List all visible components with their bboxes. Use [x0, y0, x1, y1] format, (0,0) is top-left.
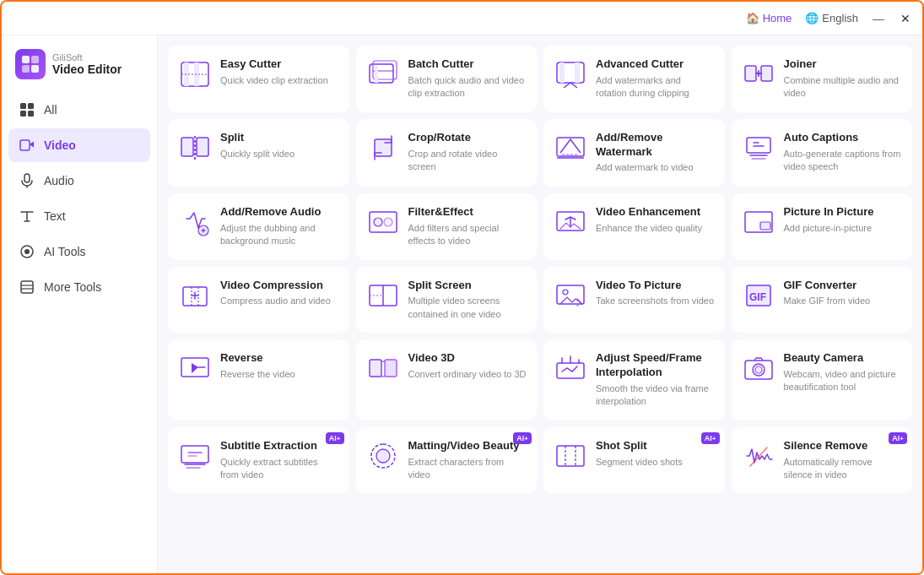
tool-card-video-to-picture[interactable]: Video To Picture Take screenshots from v…: [543, 267, 725, 334]
svg-point-41: [374, 218, 382, 226]
easy-cutter-title: Easy Cutter: [220, 57, 339, 72]
gif-converter-icon: GIF: [742, 279, 775, 312]
tool-card-add-remove-watermark[interactable]: Add/Remove Watermark Add watermark to vi…: [543, 119, 725, 187]
video-to-picture-title: Video To Picture: [596, 279, 715, 293]
video-compression-text: Video Compression Compress audio and vid…: [220, 279, 339, 308]
split-icon: [178, 131, 212, 165]
auto-captions-text: Auto Captions Auto-generate captions fro…: [784, 131, 903, 174]
matting-video-beauty-title: Matting/Video Beauty: [408, 439, 527, 453]
nav-label-text: Text: [44, 209, 66, 223]
tool-card-beauty-camera[interactable]: Beauty Camera Webcam, video and picture …: [732, 339, 913, 420]
svg-rect-8: [20, 140, 30, 150]
home-button[interactable]: 🏠 Home: [746, 12, 792, 24]
globe-icon: 🌐: [805, 12, 819, 24]
tool-card-split-screen[interactable]: Split Screen Multiple video screens cont…: [356, 267, 538, 334]
tool-card-auto-captions[interactable]: Auto Captions Auto-generate captions fro…: [732, 119, 913, 187]
joiner-title: Joiner: [784, 57, 903, 72]
logo-area: GiliSoft Video Editor: [8, 49, 150, 93]
video-to-picture-desc: Take screenshots from video: [596, 295, 715, 307]
tool-card-crop-rotate[interactable]: Crop/Rotate Crop and rotate video screen: [356, 119, 538, 187]
all-nav-icon: [19, 101, 35, 118]
tool-card-gif-converter[interactable]: GIF GIF Converter Make GIF from video: [732, 267, 913, 334]
lang-label: English: [822, 12, 858, 24]
batch-cutter-icon: [366, 57, 400, 91]
svg-rect-32: [375, 139, 392, 156]
tool-card-split[interactable]: Split Quickly split video: [168, 119, 349, 187]
svg-point-62: [753, 364, 765, 376]
adjust-speed-desc: Smooth the video via frame interpolation: [596, 382, 715, 409]
picture-in-picture-desc: Add picture-in-picture: [784, 222, 903, 235]
sidebar-item-text[interactable]: Text: [8, 199, 150, 233]
silence-remove-desc: Automatically remove silence in video: [784, 456, 903, 482]
tool-card-batch-cutter[interactable]: Batch Cutter Batch quick audio and video…: [356, 46, 538, 112]
silence-remove-icon: [742, 439, 775, 473]
svg-point-42: [384, 218, 392, 226]
tool-card-video-3d[interactable]: Video 3D Convert ordinary video to 3D: [356, 339, 538, 420]
silence-remove-text: Silence Remove Automatically remove sile…: [784, 439, 903, 482]
svg-rect-4: [20, 103, 26, 109]
split-screen-desc: Multiple video screens contained in one …: [408, 295, 527, 321]
auto-captions-title: Auto Captions: [784, 131, 903, 145]
ai-badge: AI: [326, 432, 344, 445]
svg-rect-0: [22, 56, 30, 63]
tool-card-silence-remove[interactable]: Silence Remove Automatically remove sile…: [732, 427, 913, 494]
beauty-camera-desc: Webcam, video and picture beautification…: [784, 368, 903, 394]
batch-cutter-title: Batch Cutter: [408, 57, 527, 72]
sidebar-item-video[interactable]: Video: [8, 128, 150, 162]
svg-rect-56: [385, 360, 397, 377]
tool-card-reverse[interactable]: Reverse Reverse the video: [168, 339, 349, 420]
content-area[interactable]: Easy Cutter Quick video clip extraction …: [158, 35, 922, 575]
tools-grid: Easy Cutter Quick video clip extraction …: [168, 46, 912, 493]
svg-rect-55: [370, 360, 381, 377]
tool-card-easy-cutter[interactable]: Easy Cutter Quick video clip extraction: [168, 46, 349, 112]
reverse-text: Reverse Reverse the video: [220, 351, 339, 381]
filter-effect-desc: Add filters and special effects to video: [408, 222, 527, 248]
video-to-picture-icon: [554, 279, 587, 312]
shot-split-title: Shot Split: [596, 439, 715, 453]
tool-card-add-remove-audio[interactable]: Add/Remove Audio Adjust the dubbing and …: [168, 193, 349, 260]
tool-card-video-compression[interactable]: Video Compression Compress audio and vid…: [168, 267, 349, 334]
sidebar-item-audio[interactable]: Audio: [8, 164, 150, 198]
video-enhancement-icon: [554, 205, 587, 239]
language-selector[interactable]: 🌐 English: [805, 12, 858, 24]
tool-card-subtitle-extraction[interactable]: Subtitle Extraction Quickly extract subt…: [168, 427, 349, 494]
split-screen-icon: [366, 279, 400, 312]
tool-card-picture-in-picture[interactable]: Picture In Picture Add picture-in-pictur…: [732, 193, 913, 260]
silence-remove-title: Silence Remove: [784, 439, 903, 453]
sidebar-item-all[interactable]: All: [8, 93, 150, 127]
filter-effect-text: Filter&Effect Add filters and special ef…: [408, 205, 527, 248]
svg-rect-25: [559, 62, 565, 83]
svg-rect-13: [21, 281, 33, 293]
easy-cutter-text: Easy Cutter Quick video clip extraction: [220, 57, 339, 87]
app-logo: [15, 49, 46, 79]
split-title: Split: [220, 131, 339, 145]
sidebar-item-ai-tools[interactable]: AI Tools: [8, 235, 150, 269]
reverse-icon: [178, 351, 212, 385]
titlebar: 🏠 Home 🌐 English — ✕: [2, 2, 922, 35]
tool-card-video-enhancement[interactable]: Video Enhancement Enhance the video qual…: [543, 193, 725, 260]
tool-card-joiner[interactable]: Joiner Combine multiple audio and video: [732, 46, 913, 112]
logo-text: GiliSoft Video Editor: [52, 52, 122, 76]
tool-card-matting-video-beauty[interactable]: Matting/Video Beauty Extract characters …: [356, 427, 538, 494]
sidebar-item-more-tools[interactable]: More Tools: [8, 270, 150, 304]
tool-card-adjust-speed[interactable]: Adjust Speed/Frame Interpolation Smooth …: [543, 339, 725, 420]
video-3d-text: Video 3D Convert ordinary video to 3D: [408, 351, 527, 381]
reverse-desc: Reverse the video: [220, 368, 339, 381]
close-button[interactable]: ✕: [899, 12, 912, 25]
minimize-button[interactable]: —: [872, 12, 885, 25]
batch-cutter-text: Batch Cutter Batch quick audio and video…: [408, 57, 527, 100]
subtitle-extraction-text: Subtitle Extraction Quickly extract subt…: [220, 439, 339, 482]
reverse-title: Reverse: [220, 351, 339, 366]
beauty-camera-title: Beauty Camera: [784, 351, 903, 366]
advanced-cutter-icon: [554, 57, 587, 91]
tool-card-shot-split[interactable]: Shot Split Segment video shots AI: [543, 427, 725, 494]
svg-point-51: [563, 290, 568, 295]
text-nav-icon: [19, 208, 35, 225]
easy-cutter-icon: [178, 57, 212, 91]
picture-in-picture-icon: [742, 205, 775, 239]
shot-split-icon: [554, 439, 587, 473]
tool-card-filter-effect[interactable]: Filter&Effect Add filters and special ef…: [356, 193, 538, 260]
sidebar: GiliSoft Video Editor All Video Audio Te…: [2, 35, 158, 575]
tool-card-advanced-cutter[interactable]: Advanced Cutter Add watermarks and rotat…: [543, 46, 725, 112]
crop-rotate-text: Crop/Rotate Crop and rotate video screen: [408, 131, 527, 174]
